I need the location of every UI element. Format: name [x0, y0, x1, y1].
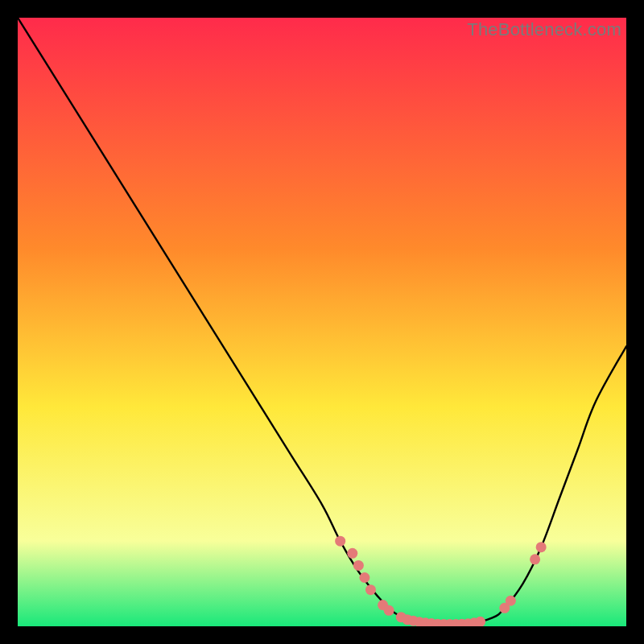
curve-dot — [335, 536, 345, 547]
chart-frame: TheBottleneck.com — [18, 18, 626, 626]
curve-dot — [530, 554, 540, 564]
curve-dot — [506, 596, 516, 606]
curve-dot — [359, 572, 369, 583]
curve-dot — [384, 605, 394, 616]
curve-dot — [365, 584, 376, 595]
watermark-text: TheBottleneck.com — [467, 19, 621, 40]
curve-dot — [353, 560, 364, 571]
chart-svg — [18, 18, 626, 626]
gradient-background — [18, 18, 626, 626]
curve-dot — [536, 542, 547, 552]
curve-dot — [347, 548, 357, 559]
